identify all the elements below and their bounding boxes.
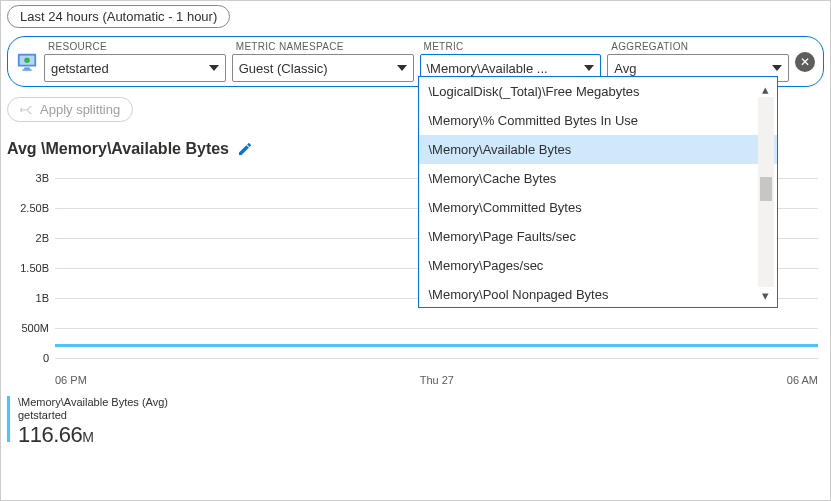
- legend-resource: getstarted: [18, 409, 168, 422]
- legend-unit: M: [82, 429, 93, 445]
- scroll-down-icon[interactable]: ▾: [758, 287, 774, 303]
- y-tick-label: 1.50B: [19, 262, 49, 274]
- time-range-text: Last 24 hours (Automatic - 1 hour): [20, 9, 217, 24]
- scrollbar[interactable]: ▴ ▾: [758, 81, 774, 303]
- namespace-select[interactable]: Guest (Classic): [232, 54, 414, 82]
- metric-dropdown: \LogicalDisk(_Total)\Free Megabytes\Memo…: [418, 76, 778, 308]
- legend-color-bar: [7, 396, 10, 442]
- scroll-up-icon[interactable]: ▴: [758, 81, 774, 97]
- y-tick-label: 3B: [19, 172, 49, 184]
- chart-title: Avg \Memory\Available Bytes: [7, 140, 229, 158]
- namespace-value: Guest (Classic): [239, 61, 328, 76]
- legend-text: \Memory\Available Bytes (Avg) getstarted…: [18, 396, 168, 449]
- y-tick-label: 2B: [19, 232, 49, 244]
- remove-metric-button[interactable]: ✕: [795, 52, 815, 72]
- chart-data-line: [55, 344, 818, 347]
- x-axis: 06 PMThu 2706 AM: [55, 374, 818, 386]
- resource-select[interactable]: getstarted: [44, 54, 226, 82]
- scroll-track[interactable]: [758, 97, 774, 287]
- metric-option[interactable]: \Memory\Committed Bytes: [419, 193, 777, 222]
- namespace-label: METRIC NAMESPACE: [236, 41, 414, 52]
- metric-value: \Memory\Available ...: [427, 61, 548, 76]
- svg-rect-2: [24, 67, 30, 69]
- metric-group: METRIC \Memory\Available ... \LogicalDis…: [420, 41, 602, 82]
- y-tick-label: 500M: [19, 322, 49, 334]
- svg-rect-3: [22, 69, 31, 70]
- apply-splitting-button[interactable]: Apply splitting: [7, 97, 133, 122]
- chevron-down-icon: [772, 65, 782, 71]
- monitor-icon: [16, 51, 38, 73]
- scroll-thumb[interactable]: [760, 177, 772, 201]
- metric-option[interactable]: \Memory\Pages/sec: [419, 251, 777, 280]
- aggregation-value: Avg: [614, 61, 636, 76]
- metric-option[interactable]: \LogicalDisk(_Total)\Free Megabytes: [419, 77, 777, 106]
- y-tick-label: 1B: [19, 292, 49, 304]
- x-tick-label: 06 AM: [787, 374, 818, 386]
- edit-icon[interactable]: [237, 141, 253, 157]
- close-icon: ✕: [800, 55, 810, 69]
- split-icon: [20, 103, 34, 117]
- aggregation-label: AGGREGATION: [611, 41, 789, 52]
- apply-splitting-label: Apply splitting: [40, 102, 120, 117]
- gridline: [55, 358, 818, 359]
- resource-value: getstarted: [51, 61, 109, 76]
- gridline: [55, 328, 818, 329]
- chevron-down-icon: [209, 65, 219, 71]
- metric-option[interactable]: \Memory\% Committed Bytes In Use: [419, 106, 777, 135]
- svg-point-4: [24, 57, 30, 63]
- metric-selector-bar: RESOURCE getstarted METRIC NAMESPACE Gue…: [7, 36, 824, 87]
- metric-option[interactable]: \Memory\Page Faults/sec: [419, 222, 777, 251]
- resource-group: RESOURCE getstarted: [44, 41, 226, 82]
- legend-metric: \Memory\Available Bytes (Avg): [18, 396, 168, 409]
- resource-label: RESOURCE: [48, 41, 226, 52]
- chevron-down-icon: [397, 65, 407, 71]
- metric-dropdown-list: \LogicalDisk(_Total)\Free Megabytes\Memo…: [419, 77, 777, 307]
- x-tick-label: Thu 27: [420, 374, 454, 386]
- x-tick-label: 06 PM: [55, 374, 87, 386]
- metric-option[interactable]: \Memory\Available Bytes: [419, 135, 777, 164]
- time-range-pill[interactable]: Last 24 hours (Automatic - 1 hour): [7, 5, 230, 28]
- chevron-down-icon: [584, 65, 594, 71]
- legend-value-row: 116.66M: [18, 422, 168, 448]
- metric-label: METRIC: [424, 41, 602, 52]
- legend: \Memory\Available Bytes (Avg) getstarted…: [7, 396, 824, 449]
- y-tick-label: 2.50B: [19, 202, 49, 214]
- legend-value: 116.66: [18, 422, 82, 447]
- namespace-group: METRIC NAMESPACE Guest (Classic): [232, 41, 414, 82]
- metric-option[interactable]: \Memory\Cache Bytes: [419, 164, 777, 193]
- y-tick-label: 0: [19, 352, 49, 364]
- metric-option[interactable]: \Memory\Pool Nonpaged Bytes: [419, 280, 777, 307]
